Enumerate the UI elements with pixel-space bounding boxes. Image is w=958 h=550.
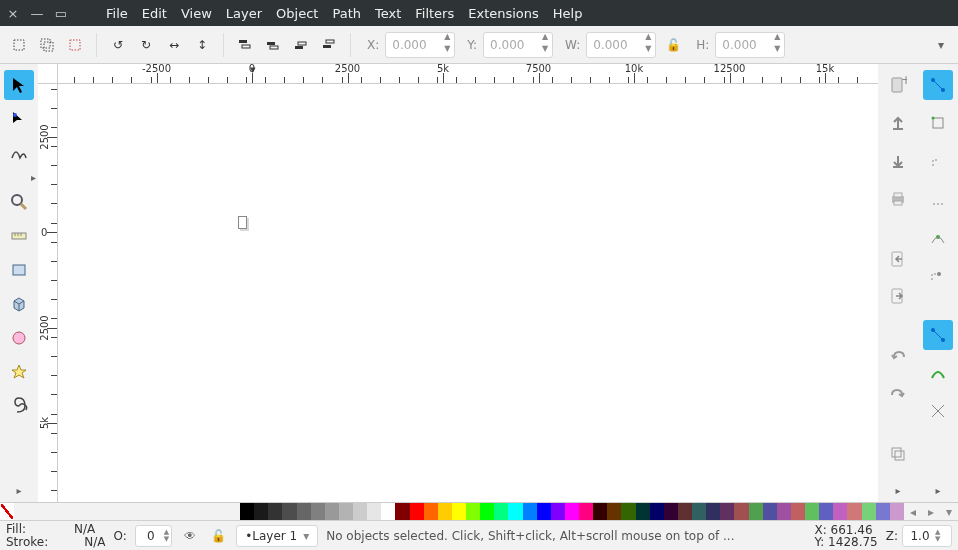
- color-swatch[interactable]: [664, 503, 678, 520]
- x-spin[interactable]: ▲▼: [385, 32, 455, 58]
- snap-node-icon[interactable]: [923, 222, 953, 252]
- color-swatch[interactable]: [636, 503, 650, 520]
- h-input[interactable]: [716, 38, 770, 52]
- snap-bbox-icon[interactable]: [923, 108, 953, 138]
- toolbox-expand-icon[interactable]: ▸: [31, 172, 36, 183]
- snap-enable-icon[interactable]: [923, 70, 953, 100]
- select-all-layers-icon[interactable]: [36, 34, 58, 56]
- window-close-button[interactable]: ×: [6, 6, 20, 20]
- color-swatch[interactable]: [508, 503, 522, 520]
- layer-selector[interactable]: •Layer 1 ▾: [236, 525, 318, 547]
- lower-to-bottom-icon[interactable]: [318, 34, 340, 56]
- selector-tool[interactable]: [4, 70, 34, 100]
- color-swatch[interactable]: [240, 503, 254, 520]
- ruler-origin-icon[interactable]: [38, 64, 58, 84]
- color-swatch[interactable]: [325, 503, 339, 520]
- color-swatch[interactable]: [805, 503, 819, 520]
- layer-visibility-icon[interactable]: 👁: [180, 526, 200, 546]
- color-swatch[interactable]: [353, 503, 367, 520]
- duplicate-icon[interactable]: [883, 439, 913, 469]
- toolbar-overflow-icon[interactable]: ▾: [938, 38, 944, 52]
- color-swatch[interactable]: [890, 503, 904, 520]
- color-swatch[interactable]: [749, 503, 763, 520]
- menu-object[interactable]: Object: [276, 6, 318, 21]
- lower-icon[interactable]: [290, 34, 312, 56]
- snap-bbox-edge-icon[interactable]: [923, 184, 953, 214]
- zoom-down-icon[interactable]: ▼: [935, 536, 940, 543]
- snap-curve-icon[interactable]: [923, 358, 953, 388]
- palette-menu-icon[interactable]: ▾: [940, 503, 958, 520]
- zoom-tool[interactable]: [4, 187, 34, 217]
- y-spin[interactable]: ▲▼: [483, 32, 553, 58]
- raise-to-top-icon[interactable]: [234, 34, 256, 56]
- opacity-down-icon[interactable]: ▼: [164, 536, 169, 543]
- y-down-icon[interactable]: ▼: [538, 45, 552, 57]
- color-swatch[interactable]: [593, 503, 607, 520]
- color-swatch[interactable]: [480, 503, 494, 520]
- color-swatch[interactable]: [466, 503, 480, 520]
- snap-more-icon[interactable]: ▸: [935, 485, 940, 496]
- no-color-swatch[interactable]: [0, 503, 14, 520]
- color-swatch[interactable]: [720, 503, 734, 520]
- window-maximize-button[interactable]: ▭: [54, 6, 68, 20]
- fill-stroke-indicator[interactable]: Fill:N/A Stroke:N/A: [6, 523, 106, 549]
- menu-text[interactable]: Text: [375, 6, 401, 21]
- color-swatch[interactable]: [551, 503, 565, 520]
- h-up-icon[interactable]: ▲: [770, 33, 784, 45]
- color-swatch[interactable]: [678, 503, 692, 520]
- undo-icon[interactable]: [883, 341, 913, 371]
- color-swatch[interactable]: [339, 503, 353, 520]
- circle-tool[interactable]: [4, 323, 34, 353]
- y-up-icon[interactable]: ▲: [538, 33, 552, 45]
- snap-others-icon[interactable]: [923, 320, 953, 350]
- new-document-icon[interactable]: +: [883, 70, 913, 100]
- color-swatch[interactable]: [650, 503, 664, 520]
- redo-icon[interactable]: [883, 379, 913, 409]
- import-icon[interactable]: [883, 244, 913, 274]
- measure-tool[interactable]: [4, 221, 34, 251]
- color-swatch[interactable]: [734, 503, 748, 520]
- spiral-tool[interactable]: [4, 391, 34, 421]
- flip-vertical-icon[interactable]: ↕: [191, 34, 213, 56]
- menu-extensions[interactable]: Extensions: [468, 6, 539, 21]
- w-spin[interactable]: ▲▼: [586, 32, 656, 58]
- color-swatch[interactable]: [297, 503, 311, 520]
- color-swatch[interactable]: [268, 503, 282, 520]
- snap-intersect-icon[interactable]: [923, 396, 953, 426]
- menu-file[interactable]: File: [106, 6, 128, 21]
- color-swatch[interactable]: [692, 503, 706, 520]
- color-swatch[interactable]: [395, 503, 409, 520]
- commands-more-icon[interactable]: ▸: [895, 485, 900, 496]
- color-swatch[interactable]: [847, 503, 861, 520]
- node-tool[interactable]: [4, 104, 34, 134]
- box3d-tool[interactable]: [4, 289, 34, 319]
- menu-path[interactable]: Path: [332, 6, 361, 21]
- menu-filters[interactable]: Filters: [415, 6, 454, 21]
- select-all-icon[interactable]: [8, 34, 30, 56]
- palette-scroll-right-icon[interactable]: ▸: [922, 503, 940, 520]
- menu-view[interactable]: View: [181, 6, 212, 21]
- color-swatch[interactable]: [381, 503, 395, 520]
- flip-horizontal-icon[interactable]: ↔: [163, 34, 185, 56]
- color-swatch[interactable]: [706, 503, 720, 520]
- color-swatch[interactable]: [763, 503, 777, 520]
- raise-icon[interactable]: [262, 34, 284, 56]
- color-swatch[interactable]: [494, 503, 508, 520]
- color-swatch[interactable]: [876, 503, 890, 520]
- x-input[interactable]: [386, 38, 440, 52]
- w-down-icon[interactable]: ▼: [641, 45, 655, 57]
- deselect-icon[interactable]: [64, 34, 86, 56]
- color-swatch[interactable]: [862, 503, 876, 520]
- palette-scroll-left-icon[interactable]: ◂: [904, 503, 922, 520]
- menu-layer[interactable]: Layer: [226, 6, 262, 21]
- color-swatch[interactable]: [438, 503, 452, 520]
- color-swatch[interactable]: [523, 503, 537, 520]
- snap-path-icon[interactable]: [923, 260, 953, 290]
- color-swatch[interactable]: [621, 503, 635, 520]
- color-swatch[interactable]: [819, 503, 833, 520]
- canvas[interactable]: [58, 84, 878, 502]
- color-swatch[interactable]: [579, 503, 593, 520]
- rectangle-tool[interactable]: [4, 255, 34, 285]
- color-swatch[interactable]: [410, 503, 424, 520]
- opacity-spin[interactable]: ▲▼: [135, 525, 172, 547]
